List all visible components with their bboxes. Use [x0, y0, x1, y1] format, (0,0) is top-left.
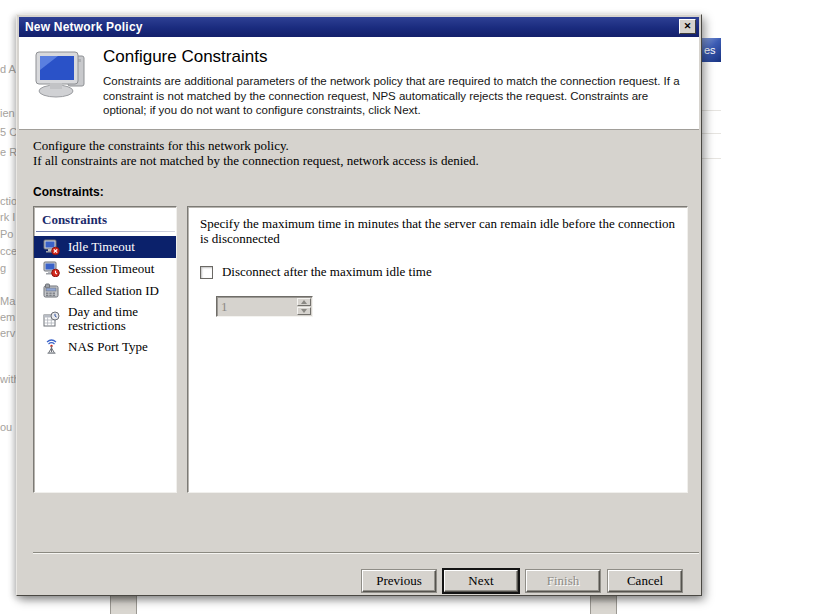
wizard-button-row: Previous Next Finish Cancel [33, 570, 699, 592]
background-text-fragment: e R [0, 146, 17, 158]
page-title: Configure Constraints [103, 47, 267, 67]
background-list-line [702, 158, 721, 159]
phone-icon [43, 283, 60, 299]
constraints-label: Constraints: [33, 185, 699, 199]
description-line: Constraints are additional parameters of… [103, 74, 691, 89]
previous-button[interactable]: Previous [362, 570, 436, 592]
background-text-fragment: ou [0, 421, 12, 433]
cancel-button[interactable]: Cancel [608, 570, 682, 592]
list-item-called-station-id[interactable]: Called Station ID [34, 280, 176, 302]
computer-icon [32, 48, 92, 104]
idle-minutes-spinner[interactable]: 1 [216, 296, 313, 317]
panels-row: Constraints Idle Timeout [33, 206, 699, 493]
idle-minutes-value[interactable]: 1 [217, 297, 296, 316]
disconnect-checkbox[interactable] [200, 266, 213, 279]
disconnect-checkbox-label: Disconnect after the maximum idle time [222, 264, 432, 280]
list-item-label: Session Timeout [68, 262, 154, 276]
title-bar[interactable]: New Network Policy ✕ [19, 17, 699, 37]
description-line: optional; if you do not want to configur… [103, 103, 691, 118]
footer-separator [33, 552, 699, 554]
background-selected-item: es [702, 38, 721, 62]
list-item-day-time-restrictions[interactable]: Day and time restrictions [34, 302, 176, 336]
close-button[interactable]: ✕ [679, 19, 696, 34]
background-text-fragment: ctio [0, 195, 17, 207]
background-list-line [702, 133, 721, 134]
disconnect-checkbox-row: Disconnect after the maximum idle time [200, 264, 675, 280]
constraints-list-header: Constraints [34, 207, 176, 231]
detail-description-line: is disconnected [200, 231, 675, 246]
computer-alert-icon [43, 239, 60, 255]
constraints-list: Constraints Idle Timeout [33, 206, 177, 493]
instruction-line: If all constraints are not matched by th… [33, 153, 699, 168]
background-text-fragment: Ma [0, 295, 15, 307]
description-line: constraint is not matched by the connect… [103, 89, 691, 104]
background-text-fragment: d A [0, 63, 16, 75]
new-network-policy-dialog: New Network Policy ✕ Configure Constrain… [16, 14, 702, 596]
window-title: New Network Policy [19, 20, 143, 34]
list-item-session-timeout[interactable]: Session Timeout [34, 258, 176, 280]
list-item-label: NAS Port Type [68, 340, 148, 354]
list-item-label: Idle Timeout [68, 240, 135, 254]
spinner-down-icon[interactable] [297, 307, 311, 315]
background-text-fragment: erv [0, 327, 15, 339]
spinner-buttons [296, 297, 312, 316]
page-description: Constraints are additional parameters of… [103, 74, 691, 118]
spinner-up-icon[interactable] [297, 298, 311, 306]
wizard-header: Configure Constraints Constraints are ad… [19, 37, 699, 130]
instruction-line: Configure the constraints for this netwo… [33, 138, 699, 153]
detail-description-line: Specify the maximum time in minutes that… [200, 216, 675, 231]
background-text-fragment: g [0, 262, 6, 274]
list-item-nas-port-type[interactable]: NAS Port Type [34, 336, 176, 358]
idle-timeout-detail-panel: Specify the maximum time in minutes that… [187, 206, 688, 493]
background-list-line [702, 110, 721, 111]
list-item-idle-timeout[interactable]: Idle Timeout [34, 236, 176, 258]
background-text-fragment: rk I [0, 211, 15, 223]
background-strip [110, 596, 137, 614]
list-item-label: Day and time restrictions [68, 305, 172, 333]
background-strip [590, 596, 617, 614]
list-item-label: Called Station ID [68, 284, 159, 298]
background-text-fragment: 5 C [0, 126, 17, 138]
dialog-body: Configure the constraints for this netwo… [19, 130, 699, 592]
antenna-icon [43, 339, 60, 355]
close-icon: ✕ [684, 21, 692, 31]
background-text-fragment: Po [0, 228, 13, 240]
computer-alert-icon [43, 261, 60, 277]
background-text-fragment: em [0, 311, 15, 323]
background-text-fragment: cce [0, 245, 17, 257]
finish-button[interactable]: Finish [526, 570, 600, 592]
background-window-strip: es [702, 0, 721, 614]
background-text-fragment: ien [0, 107, 15, 119]
header-rule [36, 231, 175, 232]
next-button[interactable]: Next [444, 570, 518, 592]
calendar-clock-icon [43, 311, 60, 327]
